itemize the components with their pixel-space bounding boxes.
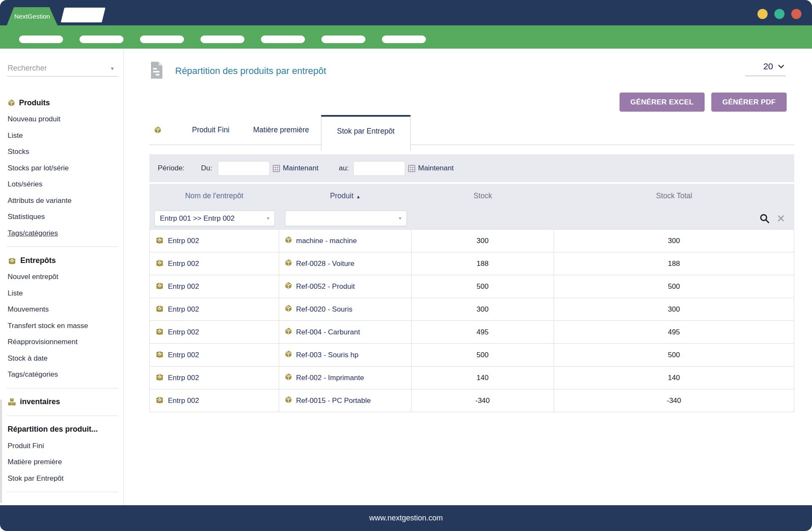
brand-tab[interactable]: NextGestion	[7, 7, 58, 25]
product-name[interactable]: Ref-0015 - PC Portable	[296, 397, 371, 405]
sidebar-item[interactable]: Attributs de variante	[0, 193, 123, 209]
col-header-stock-total[interactable]: Stock Total	[554, 192, 794, 200]
col-header-stock[interactable]: Stock	[411, 192, 554, 200]
nav-pill[interactable]	[321, 36, 365, 43]
product-cell: Ref-0052 - Produit	[279, 275, 411, 298]
sidebar-item[interactable]: Liste	[0, 128, 123, 144]
sidebar-item[interactable]: Stock à date	[0, 350, 123, 367]
table-row[interactable]: Entrp 002Ref-0015 - PC Portable-340-340	[150, 389, 794, 412]
warehouse-icon	[155, 282, 164, 291]
sidebar-item[interactable]: Stocks	[0, 144, 123, 160]
warehouse-icon	[155, 259, 164, 268]
sidebar-item[interactable]: Stocks par lot/série	[0, 160, 123, 177]
sidebar-item[interactable]: Lots/séries	[0, 176, 123, 193]
table-row[interactable]: Entrp 002Ref-0052 - Produit500500	[150, 275, 794, 298]
table-row[interactable]: Entrp 002Ref-0020 - Souris300300	[150, 298, 794, 321]
inactive-tab-placeholder[interactable]	[61, 8, 106, 22]
sidebar-search[interactable]: ▼	[7, 60, 118, 77]
search-input[interactable]	[7, 63, 100, 73]
sidebar-section-header[interactable]: Produits	[0, 94, 123, 111]
stock-cell: -340	[411, 389, 554, 412]
sidebar-item[interactable]: Tags/catégories	[0, 367, 123, 383]
page-size-select[interactable]: 20	[745, 61, 786, 76]
table-filter-row: Entrp 001 >> Entrp 002 ▼ ▼	[149, 208, 794, 229]
warehouse-name[interactable]: Entrp 002	[168, 305, 199, 314]
product-filter-select[interactable]: ▼	[285, 211, 407, 226]
sidebar-section-header[interactable]: Entrepôts	[0, 252, 123, 269]
table-row[interactable]: Entrp 002Ref-003 - Souris hp500500	[150, 344, 794, 367]
tab-mati-re-premi-re[interactable]: Matière première	[241, 115, 321, 145]
main-content: Répartition des produits par entrepôt 20…	[124, 49, 812, 505]
product-name[interactable]: Ref-004 - Carburant	[296, 328, 360, 337]
period-label: Période:	[158, 164, 184, 172]
main-navbar	[0, 25, 812, 49]
maximize-dot[interactable]	[774, 9, 785, 19]
sidebar-item[interactable]: Tags/catégories	[0, 225, 123, 242]
to-now-link[interactable]: Maintenant	[418, 164, 454, 172]
sidebar-item[interactable]: Mouvements	[0, 301, 123, 318]
generate-excel-button[interactable]: GÉNÉRER EXCEL	[620, 93, 705, 112]
search-icon[interactable]	[759, 213, 770, 225]
nav-pill[interactable]	[19, 36, 63, 43]
from-now-link[interactable]: Maintenant	[283, 164, 318, 172]
warehouse-cell: Entrp 002	[150, 367, 279, 389]
warehouse-name[interactable]: Entrp 002	[168, 237, 199, 245]
warehouse-name[interactable]: Entrp 002	[168, 374, 199, 382]
nav-pill[interactable]	[382, 36, 426, 43]
product-name[interactable]: Ref-0052 - Produit	[296, 282, 355, 291]
warehouse-filter-select[interactable]: Entrp 001 >> Entrp 002 ▼	[154, 211, 275, 226]
calendar-icon[interactable]	[408, 165, 415, 172]
nav-pill[interactable]	[80, 36, 123, 43]
sidebar-item[interactable]: Matière première	[0, 454, 123, 471]
sidebar-section-header[interactable]: inventaires	[0, 394, 123, 411]
table-row[interactable]: Entrp 002Ref-004 - Carburant495495	[150, 321, 794, 344]
product-name[interactable]: Ref-002 - Imprimante	[296, 374, 364, 382]
sidebar-item[interactable]: Transfert stock en masse	[0, 318, 123, 334]
sidebar-scrollbar[interactable]	[0, 400, 2, 503]
product-name[interactable]: machine - machine	[296, 237, 357, 245]
warehouse-cell: Entrp 002	[150, 298, 279, 320]
warehouse-name[interactable]: Entrp 002	[168, 328, 199, 337]
table-row[interactable]: Entrp 002Ref-002 - Imprimante140140	[150, 367, 794, 389]
sidebar-item[interactable]: Produit Fini	[0, 438, 123, 454]
close-dot[interactable]	[791, 9, 801, 19]
calendar-icon[interactable]	[273, 165, 280, 172]
page-size-value: 20	[763, 61, 773, 71]
table-header: Nom de l'entrepôt Produit▲ Stock Stock T…	[149, 183, 794, 208]
divider	[7, 246, 118, 247]
sidebar-item[interactable]: Liste	[0, 285, 123, 302]
period-to-input[interactable]	[353, 161, 405, 176]
warehouse-name[interactable]: Entrp 002	[168, 397, 199, 405]
nav-pill[interactable]	[200, 36, 244, 43]
col-header-product[interactable]: Produit▲	[279, 192, 411, 200]
close-icon[interactable]	[777, 214, 785, 224]
from-label: Du:	[201, 164, 212, 172]
window-controls	[757, 9, 801, 19]
sidebar-item[interactable]: Statistiques	[0, 209, 123, 225]
warehouse-name[interactable]: Entrp 002	[168, 282, 199, 291]
minimize-dot[interactable]	[757, 9, 768, 19]
generate-pdf-button[interactable]: GÉNÉRER PDF	[711, 93, 787, 112]
nav-pill[interactable]	[261, 36, 305, 43]
sidebar-section-header[interactable]: Répartition des produit...	[0, 421, 123, 438]
table-row[interactable]: Entrp 002Ref-0028 - Voiture188188	[150, 252, 794, 275]
sidebar-item[interactable]: Nouvel entrepôt	[0, 269, 123, 285]
product-name[interactable]: Ref-0028 - Voiture	[296, 260, 354, 268]
footer-url: www.nextgestion.com	[369, 514, 443, 523]
period-from-input[interactable]	[218, 161, 270, 176]
warehouse-name[interactable]: Entrp 002	[168, 260, 199, 268]
product-name[interactable]: Ref-003 - Souris hp	[296, 351, 358, 359]
tab-stok-par-entrep-t[interactable]: Stok par Entrepôt	[321, 115, 411, 151]
product-name[interactable]: Ref-0020 - Souris	[296, 305, 352, 314]
tab-produit-fini[interactable]: Produit Fini	[180, 115, 241, 145]
sidebar-item[interactable]: Nouveau produit	[0, 111, 123, 128]
col-header-warehouse[interactable]: Nom de l'entrepôt	[149, 192, 279, 200]
report-actions: GÉNÉRER EXCEL GÉNÉRER PDF	[620, 93, 787, 112]
sidebar-item[interactable]: Stok par Entrepôt	[0, 471, 123, 487]
warehouse-name[interactable]: Entrp 002	[168, 351, 199, 359]
sidebar-section: EntrepôtsNouvel entrepôtListeMouvementsT…	[0, 252, 123, 389]
nav-pill[interactable]	[140, 36, 184, 43]
table-row[interactable]: Entrp 002machine - machine300300	[150, 230, 794, 252]
sidebar-item[interactable]: Réapprovisionnement	[0, 334, 123, 350]
warehouse-cell: Entrp 002	[150, 252, 279, 275]
